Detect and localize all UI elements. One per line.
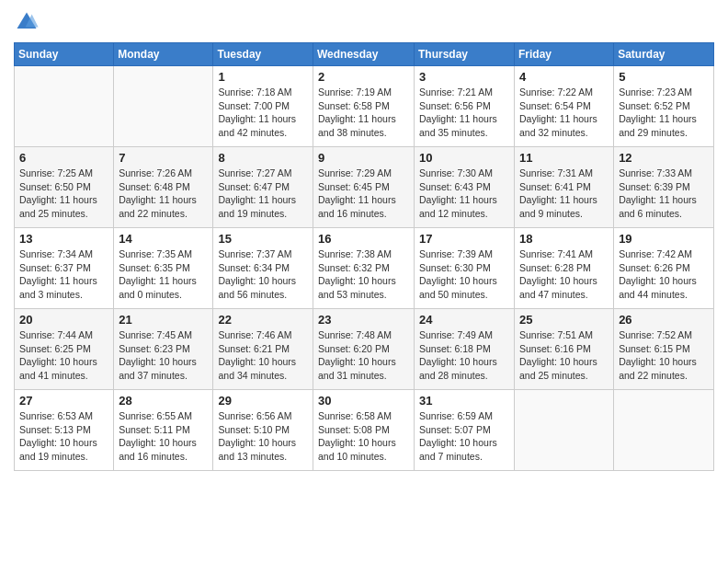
day-info: Sunrise: 7:44 AMSunset: 6:25 PMDaylight:… [19,328,108,383]
day-number: 29 [218,394,308,408]
day-info: Sunrise: 7:26 AMSunset: 6:48 PMDaylight:… [119,167,208,221]
day-number: 25 [519,313,609,327]
calendar-cell: 29Sunrise: 6:56 AMSunset: 5:10 PMDayligh… [213,390,313,471]
day-info: Sunrise: 7:29 AMSunset: 6:45 PMDaylight:… [318,167,409,221]
day-number: 9 [318,151,409,165]
day-number: 22 [218,313,308,327]
calendar-cell: 16Sunrise: 7:38 AMSunset: 6:32 PMDayligh… [313,228,415,309]
calendar-header-thursday: Thursday [415,43,515,66]
calendar-week-row: 6Sunrise: 7:25 AMSunset: 6:50 PMDaylight… [15,147,714,228]
day-info: Sunrise: 7:35 AMSunset: 6:35 PMDaylight:… [119,247,208,302]
logo-icon [14,9,40,35]
calendar-header-wednesday: Wednesday [313,43,415,66]
day-info: Sunrise: 7:48 AMSunset: 6:20 PMDaylight:… [318,328,409,383]
calendar-cell: 22Sunrise: 7:46 AMSunset: 6:21 PMDayligh… [213,309,313,390]
day-number: 17 [419,232,509,246]
calendar-header-row: SundayMondayTuesdayWednesdayThursdayFrid… [15,43,714,66]
day-info: Sunrise: 7:41 AMSunset: 6:28 PMDaylight:… [519,247,609,302]
day-info: Sunrise: 7:18 AMSunset: 7:00 PMDaylight:… [218,86,308,140]
calendar-cell: 24Sunrise: 7:49 AMSunset: 6:18 PMDayligh… [415,309,515,390]
calendar-cell: 27Sunrise: 6:53 AMSunset: 5:13 PMDayligh… [15,390,114,471]
day-number: 26 [619,313,709,327]
day-number: 15 [218,232,308,246]
day-number: 19 [619,232,709,246]
calendar-cell: 20Sunrise: 7:44 AMSunset: 6:25 PMDayligh… [15,309,114,390]
calendar-header-tuesday: Tuesday [213,43,313,66]
day-number: 12 [619,151,709,165]
day-info: Sunrise: 7:19 AMSunset: 6:58 PMDaylight:… [318,86,409,140]
calendar-cell: 31Sunrise: 6:59 AMSunset: 5:07 PMDayligh… [415,390,515,471]
logo [14,9,43,35]
day-number: 3 [419,70,509,84]
day-info: Sunrise: 7:49 AMSunset: 6:18 PMDaylight:… [419,328,509,383]
day-number: 30 [318,394,409,408]
calendar-cell: 18Sunrise: 7:41 AMSunset: 6:28 PMDayligh… [515,228,614,309]
calendar-cell: 3Sunrise: 7:21 AMSunset: 6:56 PMDaylight… [415,66,515,147]
calendar-cell [515,390,614,471]
day-number: 14 [119,232,208,246]
calendar-cell: 28Sunrise: 6:55 AMSunset: 5:11 PMDayligh… [114,390,213,471]
day-number: 16 [318,232,409,246]
calendar-cell: 1Sunrise: 7:18 AMSunset: 7:00 PMDaylight… [213,66,313,147]
day-number: 10 [419,151,509,165]
page-header [14,9,714,35]
calendar-cell: 23Sunrise: 7:48 AMSunset: 6:20 PMDayligh… [313,309,415,390]
day-info: Sunrise: 7:38 AMSunset: 6:32 PMDaylight:… [318,247,409,302]
day-info: Sunrise: 6:55 AMSunset: 5:11 PMDaylight:… [119,409,208,464]
calendar-cell: 13Sunrise: 7:34 AMSunset: 6:37 PMDayligh… [15,228,114,309]
day-number: 6 [19,151,108,165]
day-info: Sunrise: 7:22 AMSunset: 6:54 PMDaylight:… [519,86,609,140]
day-info: Sunrise: 7:27 AMSunset: 6:47 PMDaylight:… [218,167,308,221]
day-number: 20 [19,313,108,327]
day-info: Sunrise: 6:58 AMSunset: 5:08 PMDaylight:… [318,409,409,464]
day-number: 31 [419,394,509,408]
day-number: 8 [218,151,308,165]
calendar-cell [114,66,213,147]
day-info: Sunrise: 7:52 AMSunset: 6:15 PMDaylight:… [619,328,709,383]
calendar-week-row: 27Sunrise: 6:53 AMSunset: 5:13 PMDayligh… [15,390,714,471]
day-number: 1 [218,70,308,84]
calendar-header-saturday: Saturday [614,43,714,66]
day-number: 7 [119,151,208,165]
calendar-cell: 21Sunrise: 7:45 AMSunset: 6:23 PMDayligh… [114,309,213,390]
calendar-cell: 7Sunrise: 7:26 AMSunset: 6:48 PMDaylight… [114,147,213,228]
calendar-header-monday: Monday [114,43,213,66]
day-number: 28 [119,394,208,408]
day-info: Sunrise: 7:42 AMSunset: 6:26 PMDaylight:… [619,247,709,302]
calendar-table: SundayMondayTuesdayWednesdayThursdayFrid… [14,42,714,471]
day-info: Sunrise: 7:30 AMSunset: 6:43 PMDaylight:… [419,167,509,221]
calendar-cell [614,390,714,471]
day-number: 2 [318,70,409,84]
calendar-header-friday: Friday [515,43,614,66]
calendar-cell: 17Sunrise: 7:39 AMSunset: 6:30 PMDayligh… [415,228,515,309]
day-info: Sunrise: 7:51 AMSunset: 6:16 PMDaylight:… [519,328,609,383]
day-number: 21 [119,313,208,327]
day-info: Sunrise: 6:56 AMSunset: 5:10 PMDaylight:… [218,409,308,464]
day-info: Sunrise: 7:23 AMSunset: 6:52 PMDaylight:… [619,86,709,140]
day-info: Sunrise: 7:34 AMSunset: 6:37 PMDaylight:… [19,247,108,302]
calendar-cell: 8Sunrise: 7:27 AMSunset: 6:47 PMDaylight… [213,147,313,228]
calendar-week-row: 20Sunrise: 7:44 AMSunset: 6:25 PMDayligh… [15,309,714,390]
day-info: Sunrise: 6:59 AMSunset: 5:07 PMDaylight:… [419,409,509,464]
calendar-cell: 11Sunrise: 7:31 AMSunset: 6:41 PMDayligh… [515,147,614,228]
day-number: 27 [19,394,108,408]
day-number: 18 [519,232,609,246]
calendar-cell: 2Sunrise: 7:19 AMSunset: 6:58 PMDaylight… [313,66,415,147]
calendar-cell: 25Sunrise: 7:51 AMSunset: 6:16 PMDayligh… [515,309,614,390]
calendar-cell: 30Sunrise: 6:58 AMSunset: 5:08 PMDayligh… [313,390,415,471]
day-number: 4 [519,70,609,84]
day-info: Sunrise: 6:53 AMSunset: 5:13 PMDaylight:… [19,409,108,464]
calendar-cell: 15Sunrise: 7:37 AMSunset: 6:34 PMDayligh… [213,228,313,309]
day-info: Sunrise: 7:46 AMSunset: 6:21 PMDaylight:… [218,328,308,383]
calendar-cell: 19Sunrise: 7:42 AMSunset: 6:26 PMDayligh… [614,228,714,309]
calendar-cell [15,66,114,147]
day-info: Sunrise: 7:31 AMSunset: 6:41 PMDaylight:… [519,167,609,221]
day-info: Sunrise: 7:45 AMSunset: 6:23 PMDaylight:… [119,328,208,383]
day-number: 13 [19,232,108,246]
day-number: 11 [519,151,609,165]
day-number: 23 [318,313,409,327]
calendar-cell: 4Sunrise: 7:22 AMSunset: 6:54 PMDaylight… [515,66,614,147]
calendar-cell: 14Sunrise: 7:35 AMSunset: 6:35 PMDayligh… [114,228,213,309]
day-info: Sunrise: 7:39 AMSunset: 6:30 PMDaylight:… [419,247,509,302]
calendar-cell: 12Sunrise: 7:33 AMSunset: 6:39 PMDayligh… [614,147,714,228]
